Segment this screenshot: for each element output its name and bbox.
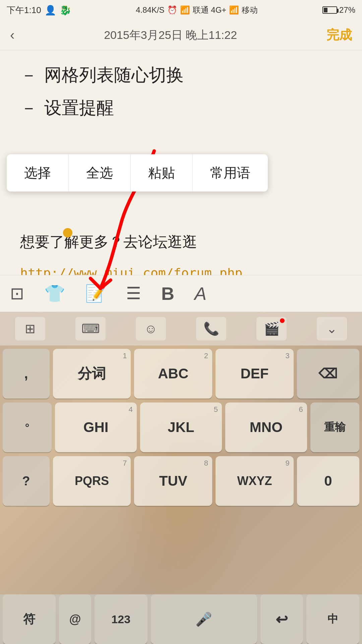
kb-keyboard-btn[interactable]: ⌨ — [75, 317, 106, 340]
kb-degree[interactable]: ° — [3, 402, 52, 452]
cursor-dot — [63, 228, 72, 237]
header: ‹ 2015年3月25日 晚上11:22 完成 — [0, 20, 362, 50]
shirt-icon[interactable]: 👕 — [44, 284, 65, 303]
note-line-2: － 设置提醒 — [20, 97, 342, 119]
format-toolbar: ⊡ 👕 📝 ☰ B A — [0, 275, 362, 312]
context-menu-selectall[interactable]: 全选 — [69, 154, 131, 192]
status-carrier2: 移动 — [242, 5, 258, 15]
context-menu: 选择 全选 粘贴 常用语 — [7, 154, 268, 192]
bullet-dash-1: － — [20, 64, 38, 87]
context-menu-select[interactable]: 选择 — [7, 154, 69, 192]
kb-7-pqrs[interactable]: 7 PQRS — [53, 456, 131, 506]
kb-0[interactable]: 0 — [297, 456, 359, 506]
kb-row-1: , 1 分词 2 ABC 3 DEF ⌫ — [3, 349, 359, 398]
bold-icon[interactable]: B — [161, 283, 174, 304]
note-text-1: 网格列表随心切换 — [44, 64, 184, 87]
kb-1-fenaci[interactable]: 1 分词 — [53, 349, 131, 398]
kb-backspace[interactable]: ⌫ — [297, 349, 359, 398]
kb-row-2: ° 4 GHI 5 JKL 6 MNO 重输 — [3, 402, 359, 452]
red-dot-indicator — [280, 318, 285, 323]
clock-icon: ⏰ — [167, 5, 177, 15]
kb-video-btn[interactable]: 🎬 — [256, 317, 287, 340]
kb-3-def[interactable]: 3 DEF — [216, 349, 294, 398]
keyboard-rows: , 1 分词 2 ABC 3 DEF ⌫ ° 4 — [0, 345, 362, 506]
status-speed: 4.84K/S — [136, 5, 164, 15]
kb-question[interactable]: ? — [3, 456, 50, 506]
status-avatar2: 🐉 — [60, 5, 71, 16]
battery-icon — [322, 6, 337, 14]
kb-5-jkl[interactable]: 5 JKL — [140, 402, 222, 452]
image-icon[interactable]: ⊡ — [10, 284, 24, 303]
kb-at[interactable]: @ — [59, 594, 91, 644]
status-center: 4.84K/S ⏰ 📶 联通 4G+ 📶 移动 — [136, 5, 258, 15]
italic-icon[interactable]: A — [194, 283, 206, 304]
back-button[interactable]: ‹ — [10, 28, 14, 43]
done-button[interactable]: 完成 — [326, 26, 352, 44]
kb-dismiss-btn[interactable]: ⌄ — [317, 317, 347, 340]
status-left: 下午1:10 👤 🐉 — [7, 4, 71, 16]
keyboard-bottom-row: 符 @ 123 🎤 ↩ 中 — [0, 594, 362, 644]
kb-sym[interactable]: 符 — [3, 594, 56, 644]
keyboard-top-bar: ⊞ ⌨ ☺ 📞 🎬 ⌄ — [0, 312, 362, 345]
kb-reset[interactable]: 重输 — [310, 402, 359, 452]
note-icon[interactable]: 📝 — [85, 284, 106, 303]
context-menu-phrases[interactable]: 常用语 — [193, 154, 268, 192]
kb-2-abc[interactable]: 2 ABC — [134, 349, 212, 398]
note-line-1: － 网格列表随心切换 — [20, 64, 342, 87]
kb-row-3: ? 7 PQRS 8 TUV 9 WXYZ 0 — [3, 456, 359, 506]
kb-grid-btn[interactable]: ⊞ — [15, 317, 45, 340]
kb-6-mno[interactable]: 6 MNO — [225, 402, 307, 452]
note-text-2: 设置提醒 — [44, 97, 114, 119]
status-time: 下午1:10 — [7, 4, 41, 16]
bullet-dash-2: － — [20, 97, 38, 119]
status-carrier1: 联通 4G+ — [193, 5, 227, 15]
context-menu-paste[interactable]: 粘贴 — [131, 154, 193, 192]
align-icon[interactable]: ☰ — [126, 284, 141, 303]
note-para-text: 想要了解更多？去论坛逛逛 — [20, 233, 197, 250]
kb-comma[interactable]: , — [3, 349, 50, 398]
kb-8-tuv[interactable]: 8 TUV — [134, 456, 212, 506]
keyboard-area: ⊞ ⌨ ☺ 📞 🎬 ⌄ , 1 分词 2 ABC 3 DEF — [0, 312, 362, 644]
kb-confirm[interactable]: ↩ — [260, 594, 303, 644]
kb-mic[interactable]: 🎤 — [151, 594, 257, 644]
note-date-title: 2015年3月25日 晚上11:22 — [104, 28, 237, 43]
kb-4-ghi[interactable]: 4 GHI — [55, 402, 137, 452]
kb-9-wxyz[interactable]: 9 WXYZ — [216, 456, 294, 506]
status-right: 27% — [322, 5, 355, 15]
kb-emoji-btn[interactable]: ☺ — [136, 317, 166, 340]
signal2-icon: 📶 — [229, 5, 239, 15]
status-avatar1: 👤 — [45, 5, 56, 16]
battery-percent: 27% — [339, 5, 355, 15]
kb-phone-btn[interactable]: 📞 — [196, 317, 226, 340]
status-bar: 下午1:10 👤 🐉 4.84K/S ⏰ 📶 联通 4G+ 📶 移动 27% — [0, 0, 362, 20]
note-area[interactable]: － 网格列表随心切换 － 设置提醒 — [0, 50, 362, 225]
signal-icon: 📶 — [180, 5, 190, 15]
kb-123[interactable]: 123 — [95, 594, 147, 644]
kb-zh[interactable]: 中 — [306, 594, 359, 644]
note-paragraph: 想要了解更多？去论坛逛逛 — [0, 225, 362, 259]
